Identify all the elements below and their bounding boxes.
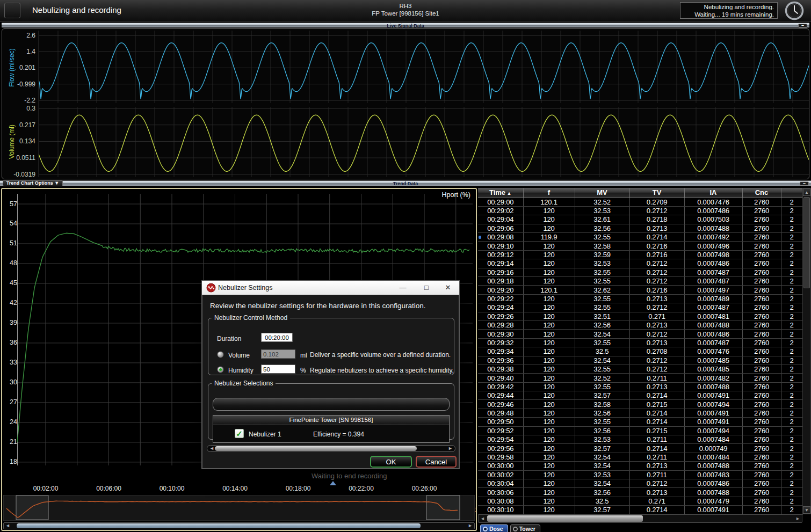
table-horizontal-scrollbar[interactable]: ◄ ► xyxy=(478,514,802,523)
table-row[interactable]: 00:29:20120.132.620.27160.000749727602 xyxy=(478,286,802,294)
axis-tick-label: -2.2 xyxy=(5,97,35,104)
table-row[interactable]: 00:29:5012032.550.27140.000749127602 xyxy=(478,418,802,426)
live-signal-minimize-button[interactable]: – xyxy=(798,24,807,28)
table-row[interactable]: 00:29:3612032.540.27120.000748527602 xyxy=(478,356,802,365)
table-row[interactable]: 00:29:0612032.560.27130.000748827602 xyxy=(478,224,802,232)
table-row[interactable]: 00:29:2212032.550.27130.000748927602 xyxy=(478,294,802,303)
dialog-horizontal-scrollbar[interactable]: ◄ ► xyxy=(207,445,455,452)
table-row[interactable]: 00:30:0212032.530.27110.000748327602 xyxy=(478,470,802,479)
nebulizer-1-checkbox[interactable]: ✓ xyxy=(235,429,244,438)
table-row[interactable]: 00:29:5212032.560.27150.000749427602 xyxy=(478,426,802,435)
dialog-close-button[interactable]: ✕ xyxy=(440,282,456,293)
humidity-description: Regulate nebulizers to achieve a specifi… xyxy=(310,367,454,374)
sort-ascending-icon: ▲ xyxy=(505,191,511,196)
table-hscrollbar-thumb[interactable] xyxy=(487,515,643,522)
table-row[interactable]: 00:29:2812032.560.27130.000748827602 xyxy=(478,320,802,329)
duration-input[interactable] xyxy=(261,333,293,342)
table-row[interactable]: 00:29:4412032.570.27140.000749127602 xyxy=(478,391,802,400)
table-row[interactable]: 00:29:00120.132.520.27090.000747627602 xyxy=(478,198,802,206)
scroll-right-icon[interactable]: ► xyxy=(468,523,473,529)
scroll-left-icon[interactable]: ◄ xyxy=(209,446,214,451)
table-row[interactable]: 00:30:0412032.540.27120.000748627602 xyxy=(478,479,802,488)
axis-tick-label: 39 xyxy=(3,319,17,326)
dialog-maximize-button[interactable]: □ xyxy=(418,282,435,293)
axis-tick-label: 57 xyxy=(3,200,17,208)
column-header-f[interactable]: f xyxy=(523,188,575,198)
table-row[interactable]: 00:29:3212032.550.27130.000748727602 xyxy=(478,338,802,347)
axis-tick-label: 0.217 xyxy=(5,121,35,129)
table-row[interactable]: 00:30:0812032.50.2710.000747927602 xyxy=(478,497,802,505)
dialog-minimize-button[interactable]: — xyxy=(395,282,411,293)
dialog-instruction: Review the nebulizer settings for the ha… xyxy=(210,302,425,310)
dialog-title-bar[interactable]: Nebulizer Settings — □ ✕ xyxy=(202,281,459,295)
table-row[interactable]: 00:29:4012032.520.27110.000748227602 xyxy=(478,374,802,382)
table-row[interactable]: 00:29:5412032.530.27110.000748427602 xyxy=(478,435,802,444)
table-vscrollbar-thumb[interactable] xyxy=(803,197,810,288)
table-row[interactable]: 00:29:1812032.550.27120.000748727602 xyxy=(478,277,802,286)
axis-tick-label: 45 xyxy=(3,279,17,287)
tab-tower[interactable]: Tower xyxy=(510,524,540,532)
column-header-Cnc[interactable]: Cnc xyxy=(742,188,781,198)
table-row[interactable]: 00:30:0012032.540.27130.000748827602 xyxy=(478,462,802,470)
axis-tick-label: 0.201 xyxy=(5,64,35,71)
axis-tick-label: 48 xyxy=(3,259,17,267)
table-row[interactable]: 00:30:1012032.570.27140.000749127602 xyxy=(478,506,802,514)
scroll-down-icon[interactable]: ▼ xyxy=(803,506,810,514)
hport-overview-chart[interactable] xyxy=(3,495,475,521)
nebulizer-group-selector[interactable] xyxy=(213,398,450,411)
tab-dose[interactable]: Dose xyxy=(480,524,508,532)
column-header-MV[interactable]: MV xyxy=(575,188,629,198)
table-row[interactable]: 00:29:5812032.540.27110.000748427602 xyxy=(478,453,802,461)
table-row[interactable]: 00:29:3012032.540.27120.000748627602 xyxy=(478,330,802,338)
humidity-radio[interactable] xyxy=(217,366,224,373)
table-row[interactable]: 00:29:08119.932.550.27140.000749227602 xyxy=(478,233,802,242)
scroll-left-icon[interactable]: ◄ xyxy=(5,523,10,529)
nebulizer-1-label[interactable]: Nebulizer 1 xyxy=(249,431,281,438)
station-name: RH3 xyxy=(269,2,542,10)
status-line-2: Waiting... 19 mins remaining. xyxy=(684,11,774,18)
table-row[interactable]: 00:29:0412032.610.27180.000750327602 xyxy=(478,215,802,224)
scroll-right-icon[interactable]: ► xyxy=(448,446,453,451)
table-row[interactable]: 00:29:4212032.550.27130.000748827602 xyxy=(478,382,802,391)
tower-panel: FinePointe Tower [SN 998156] ✓ Nebulizer… xyxy=(213,415,450,443)
table-row[interactable]: 00:29:0212032.530.27120.000748627602 xyxy=(478,206,802,215)
dialog-title: Nebulizer Settings xyxy=(218,284,272,291)
trend-horizontal-scrollbar[interactable]: ◄ ► xyxy=(3,522,475,529)
app-state-title: Nebulizing and recording xyxy=(32,5,121,14)
app-menu-button[interactable] xyxy=(4,3,20,18)
table-row[interactable]: 00:29:1212032.590.27160.000749827602 xyxy=(478,250,802,259)
table-row[interactable]: 00:29:1012032.580.27160.000749627602 xyxy=(478,242,802,250)
cancel-button[interactable]: Cancel xyxy=(416,456,457,468)
table-row[interactable]: 00:30:0612032.560.27130.000748827602 xyxy=(478,488,802,497)
table-row[interactable]: 00:29:4812032.560.27140.000749127602 xyxy=(478,409,802,417)
table-row[interactable]: 00:29:5612032.570.27140.00074927602 xyxy=(478,444,802,453)
trend-scrollbar-thumb[interactable] xyxy=(17,523,421,528)
column-header-IA[interactable]: IA xyxy=(684,188,742,198)
axis-tick-label: 30 xyxy=(3,378,17,386)
table-row[interactable]: 00:29:2612032.510.2710.000748127602 xyxy=(478,312,802,320)
ok-button[interactable]: OK xyxy=(370,456,412,468)
trend-chart-options-button[interactable]: Trend Chart Options ▼ xyxy=(3,180,63,186)
scroll-right-icon[interactable]: ► xyxy=(795,515,800,522)
humidity-label[interactable]: Humidity xyxy=(228,367,254,374)
trend-data-minimize-button[interactable]: – xyxy=(800,181,809,186)
axis-tick-label: 33 xyxy=(3,359,17,366)
table-row[interactable]: 00:29:3412032.50.27080.000747627602 xyxy=(478,347,802,356)
table-row[interactable]: 00:29:2412032.550.27120.000748727602 xyxy=(478,303,802,312)
scroll-left-icon[interactable]: ◄ xyxy=(480,515,485,522)
scroll-up-icon[interactable]: ▲ xyxy=(803,188,810,196)
volume-radio[interactable] xyxy=(217,351,224,358)
axis-tick-label: 0.3 xyxy=(5,105,35,112)
humidity-input[interactable] xyxy=(261,365,295,374)
column-header-TV[interactable]: TV xyxy=(629,188,684,198)
table-row[interactable]: 00:29:1412032.530.27120.000748627602 xyxy=(478,259,802,268)
table-vertical-scrollbar[interactable]: ▲ ▼ xyxy=(802,188,811,514)
column-header-Time[interactable]: Time ▲ xyxy=(478,188,523,198)
table-row[interactable]: 00:29:4612032.580.27150.000749427602 xyxy=(478,400,802,409)
table-row[interactable]: 00:29:3812032.550.27120.000748527602 xyxy=(478,365,802,373)
volume-label[interactable]: Volume xyxy=(228,352,250,359)
table-row[interactable]: 00:29:1612032.550.27120.000748727602 xyxy=(478,268,802,276)
dialog-scrollbar-thumb[interactable] xyxy=(215,446,417,451)
tower-panel-header: FinePointe Tower [SN 998156] xyxy=(213,416,449,425)
station-info: RH3 FP Tower [998156] Site1 xyxy=(269,2,542,17)
